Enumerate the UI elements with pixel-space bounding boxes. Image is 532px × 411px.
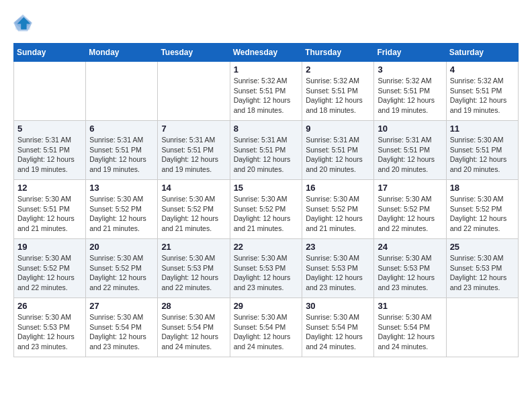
day-info: Sunrise: 5:30 AMSunset: 5:54 PMDaylight:… — [234, 312, 299, 352]
day-number: 23 — [306, 242, 370, 252]
logo — [13, 13, 34, 32]
weekday-header-sunday: Sunday — [14, 44, 86, 62]
calendar-cell: 22Sunrise: 5:30 AMSunset: 5:53 PMDayligh… — [230, 239, 302, 298]
day-number: 24 — [378, 242, 442, 252]
weekday-header-wednesday: Wednesday — [230, 44, 302, 62]
day-info: Sunrise: 5:30 AMSunset: 5:52 PMDaylight:… — [89, 253, 154, 293]
day-info: Sunrise: 5:30 AMSunset: 5:53 PMDaylight:… — [17, 312, 82, 352]
calendar-cell: 20Sunrise: 5:30 AMSunset: 5:52 PMDayligh… — [86, 239, 158, 298]
day-number: 30 — [306, 301, 370, 311]
day-number: 31 — [378, 301, 442, 311]
day-info: Sunrise: 5:32 AMSunset: 5:51 PMDaylight:… — [306, 76, 370, 116]
day-number: 8 — [234, 124, 299, 134]
weekday-header-monday: Monday — [86, 44, 158, 62]
calendar-cell: 23Sunrise: 5:30 AMSunset: 5:53 PMDayligh… — [302, 239, 374, 298]
calendar-cell: 13Sunrise: 5:30 AMSunset: 5:52 PMDayligh… — [86, 180, 158, 239]
day-number: 12 — [17, 183, 82, 193]
day-info: Sunrise: 5:31 AMSunset: 5:51 PMDaylight:… — [17, 135, 82, 175]
day-number: 2 — [306, 64, 370, 75]
day-number: 16 — [306, 183, 370, 193]
weekday-header-tuesday: Tuesday — [158, 44, 230, 62]
calendar-cell: 3Sunrise: 5:32 AMSunset: 5:51 PMDaylight… — [374, 62, 446, 121]
day-number: 28 — [161, 301, 226, 311]
day-number: 7 — [161, 124, 226, 134]
day-number: 18 — [450, 183, 515, 193]
day-info: Sunrise: 5:30 AMSunset: 5:54 PMDaylight:… — [306, 312, 370, 352]
calendar-cell — [14, 62, 86, 121]
day-info: Sunrise: 5:32 AMSunset: 5:51 PMDaylight:… — [234, 76, 299, 116]
day-info: Sunrise: 5:30 AMSunset: 5:54 PMDaylight:… — [89, 312, 154, 352]
calendar-cell: 9Sunrise: 5:31 AMSunset: 5:51 PMDaylight… — [302, 121, 374, 180]
calendar-cell: 10Sunrise: 5:31 AMSunset: 5:51 PMDayligh… — [374, 121, 446, 180]
day-info: Sunrise: 5:31 AMSunset: 5:51 PMDaylight:… — [306, 135, 370, 175]
day-number: 3 — [378, 64, 442, 75]
day-info: Sunrise: 5:31 AMSunset: 5:51 PMDaylight:… — [234, 135, 299, 175]
day-number: 17 — [378, 183, 442, 193]
day-number: 4 — [450, 64, 515, 75]
day-info: Sunrise: 5:32 AMSunset: 5:51 PMDaylight:… — [378, 76, 442, 116]
calendar-cell: 5Sunrise: 5:31 AMSunset: 5:51 PMDaylight… — [14, 121, 86, 180]
day-number: 1 — [234, 64, 299, 75]
day-number: 15 — [234, 183, 299, 193]
calendar-week-row: 12Sunrise: 5:30 AMSunset: 5:51 PMDayligh… — [14, 180, 519, 239]
day-info: Sunrise: 5:30 AMSunset: 5:52 PMDaylight:… — [378, 194, 442, 234]
calendar-header-row: SundayMondayTuesdayWednesdayThursdayFrid… — [14, 44, 519, 62]
day-info: Sunrise: 5:30 AMSunset: 5:53 PMDaylight:… — [450, 253, 515, 293]
calendar-week-row: 19Sunrise: 5:30 AMSunset: 5:52 PMDayligh… — [14, 239, 519, 298]
calendar-cell: 27Sunrise: 5:30 AMSunset: 5:54 PMDayligh… — [86, 298, 158, 357]
day-info: Sunrise: 5:30 AMSunset: 5:53 PMDaylight:… — [378, 253, 442, 293]
day-info: Sunrise: 5:30 AMSunset: 5:53 PMDaylight:… — [306, 253, 370, 293]
calendar-cell: 28Sunrise: 5:30 AMSunset: 5:54 PMDayligh… — [158, 298, 230, 357]
weekday-header-friday: Friday — [374, 44, 446, 62]
day-info: Sunrise: 5:30 AMSunset: 5:53 PMDaylight:… — [161, 253, 226, 293]
calendar-week-row: 1Sunrise: 5:32 AMSunset: 5:51 PMDaylight… — [14, 62, 519, 121]
calendar-cell — [158, 62, 230, 121]
calendar-cell — [86, 62, 158, 121]
calendar-cell: 24Sunrise: 5:30 AMSunset: 5:53 PMDayligh… — [374, 239, 446, 298]
calendar-cell: 7Sunrise: 5:31 AMSunset: 5:51 PMDaylight… — [158, 121, 230, 180]
day-number: 27 — [89, 301, 154, 311]
day-info: Sunrise: 5:31 AMSunset: 5:51 PMDaylight:… — [89, 135, 154, 175]
calendar-cell: 2Sunrise: 5:32 AMSunset: 5:51 PMDaylight… — [302, 62, 374, 121]
calendar-cell: 29Sunrise: 5:30 AMSunset: 5:54 PMDayligh… — [230, 298, 302, 357]
calendar-cell: 8Sunrise: 5:31 AMSunset: 5:51 PMDaylight… — [230, 121, 302, 180]
day-info: Sunrise: 5:31 AMSunset: 5:51 PMDaylight:… — [161, 135, 226, 175]
day-number: 13 — [89, 183, 154, 193]
day-info: Sunrise: 5:30 AMSunset: 5:52 PMDaylight:… — [17, 253, 82, 293]
day-number: 6 — [89, 124, 154, 134]
day-info: Sunrise: 5:30 AMSunset: 5:54 PMDaylight:… — [378, 312, 442, 352]
calendar-cell: 12Sunrise: 5:30 AMSunset: 5:51 PMDayligh… — [14, 180, 86, 239]
day-info: Sunrise: 5:32 AMSunset: 5:51 PMDaylight:… — [450, 76, 515, 116]
calendar-week-row: 5Sunrise: 5:31 AMSunset: 5:51 PMDaylight… — [14, 121, 519, 180]
calendar-cell: 18Sunrise: 5:30 AMSunset: 5:52 PMDayligh… — [446, 180, 518, 239]
day-number: 21 — [161, 242, 226, 252]
day-info: Sunrise: 5:30 AMSunset: 5:53 PMDaylight:… — [234, 253, 299, 293]
calendar-cell: 30Sunrise: 5:30 AMSunset: 5:54 PMDayligh… — [302, 298, 374, 357]
calendar-cell: 19Sunrise: 5:30 AMSunset: 5:52 PMDayligh… — [14, 239, 86, 298]
day-number: 20 — [89, 242, 154, 252]
calendar-week-row: 26Sunrise: 5:30 AMSunset: 5:53 PMDayligh… — [14, 298, 519, 357]
calendar-cell: 11Sunrise: 5:30 AMSunset: 5:51 PMDayligh… — [446, 121, 518, 180]
weekday-header-thursday: Thursday — [302, 44, 374, 62]
weekday-header-saturday: Saturday — [446, 44, 518, 62]
day-number: 19 — [17, 242, 82, 252]
day-number: 14 — [161, 183, 226, 193]
day-info: Sunrise: 5:30 AMSunset: 5:51 PMDaylight:… — [450, 135, 515, 175]
calendar-cell: 15Sunrise: 5:30 AMSunset: 5:52 PMDayligh… — [230, 180, 302, 239]
day-number: 10 — [378, 124, 442, 134]
day-info: Sunrise: 5:30 AMSunset: 5:51 PMDaylight:… — [17, 194, 82, 234]
day-number: 22 — [234, 242, 299, 252]
calendar-cell: 21Sunrise: 5:30 AMSunset: 5:53 PMDayligh… — [158, 239, 230, 298]
calendar-table: SundayMondayTuesdayWednesdayThursdayFrid… — [13, 43, 519, 357]
calendar-cell: 25Sunrise: 5:30 AMSunset: 5:53 PMDayligh… — [446, 239, 518, 298]
day-info: Sunrise: 5:31 AMSunset: 5:51 PMDaylight:… — [378, 135, 442, 175]
calendar-cell: 1Sunrise: 5:32 AMSunset: 5:51 PMDaylight… — [230, 62, 302, 121]
page-header — [13, 13, 519, 32]
day-info: Sunrise: 5:30 AMSunset: 5:52 PMDaylight:… — [234, 194, 299, 234]
calendar-cell: 26Sunrise: 5:30 AMSunset: 5:53 PMDayligh… — [14, 298, 86, 357]
day-number: 11 — [450, 124, 515, 134]
day-info: Sunrise: 5:30 AMSunset: 5:54 PMDaylight:… — [161, 312, 226, 352]
calendar-cell: 14Sunrise: 5:30 AMSunset: 5:52 PMDayligh… — [158, 180, 230, 239]
calendar-cell: 17Sunrise: 5:30 AMSunset: 5:52 PMDayligh… — [374, 180, 446, 239]
day-number: 29 — [234, 301, 299, 311]
